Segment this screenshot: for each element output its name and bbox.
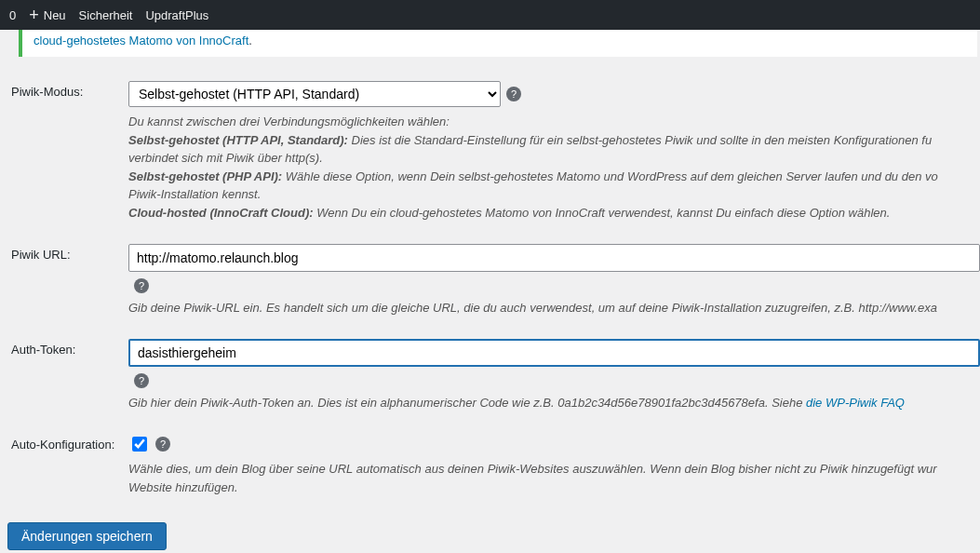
auto-config-checkbox[interactable] xyxy=(132,437,147,452)
faq-link[interactable]: die WP-Piwik FAQ xyxy=(806,396,905,410)
notice-suffix: . xyxy=(248,34,252,47)
comment-count: 0 xyxy=(9,8,16,22)
adminbar-security[interactable]: Sicherheit xyxy=(79,8,133,22)
notice-link[interactable]: cloud-gehostetes Matomo von InnoCraft xyxy=(34,34,248,47)
help-icon[interactable]: ? xyxy=(134,278,149,293)
auth-token-input[interactable] xyxy=(128,339,980,367)
save-button[interactable]: Änderungen speichern xyxy=(7,522,167,550)
row-piwik-mode: Piwik-Modus: Selbst-gehostet (HTTP API, … xyxy=(7,77,980,240)
piwik-url-input[interactable] xyxy=(128,244,980,272)
label-piwik-url: Piwik URL: xyxy=(7,240,128,335)
label-auth-token: Auth-Token: xyxy=(7,335,128,430)
adminbar-updraft[interactable]: UpdraftPlus xyxy=(145,8,208,22)
notice-box: cloud-gehostetes Matomo von InnoCraft. xyxy=(19,30,977,57)
auto-config-desc: Wähle dies, um dein Blog über seine URL … xyxy=(128,460,980,496)
adminbar-new[interactable]: +Neu xyxy=(29,7,65,23)
label-piwik-mode: Piwik-Modus: xyxy=(7,77,128,240)
row-auth-token: Auth-Token: ? Gib hier dein Piwik-Auth-T… xyxy=(7,335,980,430)
help-icon[interactable]: ? xyxy=(134,373,149,388)
settings-form: Piwik-Modus: Selbst-gehostet (HTTP API, … xyxy=(7,77,980,515)
help-icon[interactable]: ? xyxy=(155,437,170,452)
adminbar-comments[interactable]: 0 xyxy=(9,8,16,22)
piwik-url-desc: Gib deine Piwik-URL ein. Es handelt sich… xyxy=(128,299,980,317)
admin-bar: 0 +Neu Sicherheit UpdraftPlus xyxy=(0,0,980,30)
piwik-mode-select[interactable]: Selbst-gehostet (HTTP API, Standard) xyxy=(128,81,501,107)
adminbar-updraft-label: UpdraftPlus xyxy=(145,8,208,22)
help-icon[interactable]: ? xyxy=(506,87,521,101)
settings-page: cloud-gehostetes Matomo von InnoCraft. P… xyxy=(0,30,980,553)
adminbar-new-label: Neu xyxy=(44,8,66,22)
piwik-mode-desc: Du kannst zwischen drei Verbindungsmögli… xyxy=(128,113,980,222)
row-auto-config: Auto-Konfiguration: ? Wähle dies, um dei… xyxy=(7,430,980,515)
row-piwik-url: Piwik URL: ? Gib deine Piwik-URL ein. Es… xyxy=(7,240,980,335)
plus-icon: + xyxy=(29,7,39,23)
label-auto-config: Auto-Konfiguration: xyxy=(7,430,128,515)
adminbar-security-label: Sicherheit xyxy=(79,8,133,22)
auth-token-desc: Gib hier dein Piwik-Auth-Token an. Dies … xyxy=(128,394,980,412)
